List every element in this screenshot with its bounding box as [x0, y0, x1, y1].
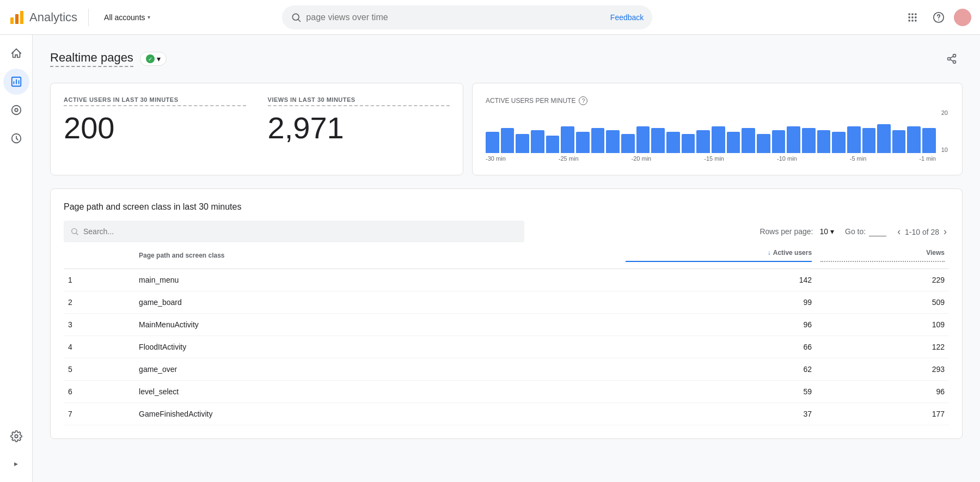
- chart-bar: [787, 126, 800, 153]
- chart-bars: [486, 109, 949, 153]
- sidebar-bottom: ▸: [3, 422, 29, 478]
- row-active-users: 96: [621, 314, 816, 336]
- chart-bar: [817, 130, 831, 153]
- rows-per-page: Rows per page: 10 ▾: [759, 225, 836, 238]
- svg-point-22: [948, 58, 951, 60]
- row-path[interactable]: main_menu: [134, 269, 621, 291]
- status-badge[interactable]: ✓ ▾: [140, 52, 167, 66]
- svg-rect-5: [908, 13, 910, 15]
- chart-bar: [682, 134, 695, 153]
- user-avatar[interactable]: [954, 9, 971, 26]
- share-icon: [946, 53, 957, 64]
- row-num: 2: [64, 291, 134, 314]
- views-value: 2,971: [268, 113, 450, 143]
- row-num: 5: [64, 358, 134, 381]
- settings-icon: [10, 430, 22, 442]
- chevron-down-icon: ▾: [148, 14, 150, 20]
- svg-line-27: [76, 233, 78, 235]
- table-section: Page path and screen class in last 30 mi…: [50, 188, 963, 439]
- active-users-value: 200: [64, 113, 246, 143]
- svg-point-23: [953, 60, 956, 63]
- row-active-users: 59: [621, 381, 816, 403]
- row-views: 96: [816, 381, 949, 403]
- row-views: 293: [816, 358, 949, 381]
- svg-line-4: [298, 19, 301, 21]
- sidebar-item-advertising[interactable]: [3, 125, 29, 151]
- svg-point-17: [11, 106, 21, 115]
- table-search-input[interactable]: [83, 227, 518, 236]
- svg-rect-12: [911, 20, 913, 21]
- sidebar-item-home[interactable]: [3, 40, 29, 66]
- row-active-users: 99: [621, 291, 816, 314]
- chart-bar: [486, 132, 499, 153]
- help-button[interactable]: [928, 7, 950, 28]
- feedback-link[interactable]: Feedback: [610, 13, 644, 22]
- account-selector[interactable]: All accounts ▾: [100, 11, 154, 24]
- chart-bar: [742, 128, 755, 153]
- table-row: 3 MainMenuActivity 96 109: [64, 314, 949, 336]
- chart-x-label: -5 min: [850, 155, 867, 162]
- chart-help-icon[interactable]: ?: [579, 96, 587, 105]
- svg-rect-10: [915, 16, 916, 18]
- chart-y-labels: 20 10: [941, 109, 949, 153]
- goto-input[interactable]: 1: [869, 227, 886, 236]
- svg-line-24: [950, 59, 953, 61]
- chart-bar: [531, 130, 544, 153]
- row-path[interactable]: game_board: [134, 291, 621, 314]
- chart-bar: [501, 128, 514, 153]
- chart-bar: [877, 124, 891, 153]
- row-active-users: 142: [621, 269, 816, 291]
- svg-rect-7: [915, 13, 916, 15]
- row-num: 3: [64, 314, 134, 336]
- active-users-section: ACTIVE USERS IN LAST 30 MINUTES 200: [64, 96, 246, 162]
- table-row: 2 game_board 99 509: [64, 291, 949, 314]
- chart-bar: [516, 134, 529, 153]
- svg-rect-2: [20, 11, 23, 24]
- pagination-range: 1-10 of 28: [905, 228, 939, 236]
- row-path[interactable]: FloodItActivity: [134, 336, 621, 358]
- share-button[interactable]: [941, 48, 963, 70]
- table-row: 1 main_menu 142 229: [64, 269, 949, 291]
- svg-rect-8: [908, 16, 910, 18]
- rows-per-page-selector[interactable]: 10 ▾: [817, 225, 836, 238]
- table-row: 4 FloodItActivity 66 122: [64, 336, 949, 358]
- search-input[interactable]: page views over time: [306, 13, 597, 22]
- svg-rect-0: [10, 17, 14, 24]
- table-section-title: Page path and screen class in last 30 mi…: [64, 202, 949, 212]
- sidebar-item-reports[interactable]: [3, 69, 29, 95]
- col-header-num: [64, 242, 134, 269]
- row-path[interactable]: MainMenuActivity: [134, 314, 621, 336]
- sidebar-item-settings[interactable]: [3, 423, 29, 449]
- svg-point-18: [15, 108, 18, 112]
- col-header-views[interactable]: Views: [816, 242, 949, 269]
- chart-bar: [606, 130, 620, 153]
- row-num: 7: [64, 403, 134, 425]
- next-page-button[interactable]: ›: [941, 224, 949, 240]
- row-path[interactable]: level_select: [134, 381, 621, 403]
- chart-label: ACTIVE USERS PER MINUTE ?: [486, 96, 949, 105]
- page-header: Realtime pages ✓ ▾: [50, 48, 963, 70]
- sidebar-collapse-btn[interactable]: ▸: [3, 450, 29, 477]
- chart-bar: [907, 126, 921, 153]
- svg-point-15: [938, 19, 939, 20]
- chart-bar: [772, 130, 786, 153]
- apps-button[interactable]: [902, 7, 923, 28]
- prev-page-button[interactable]: ‹: [895, 224, 903, 240]
- svg-rect-6: [911, 13, 913, 15]
- chart-bar: [847, 126, 861, 153]
- chevron-badge-icon: ▾: [157, 54, 161, 63]
- sidebar: ▸: [0, 35, 33, 482]
- row-views: 177: [816, 403, 949, 425]
- col-header-active-users[interactable]: ↓ Active users: [621, 242, 816, 269]
- col-header-path[interactable]: Page path and screen class: [134, 242, 621, 269]
- logo-link[interactable]: Analytics: [9, 9, 77, 26]
- row-path[interactable]: GameFinishedActivity: [134, 403, 621, 425]
- top-nav: Analytics All accounts ▾ page views over…: [0, 0, 980, 35]
- chart-bar: [561, 126, 574, 153]
- app-body: ▸ Realtime pages ✓ ▾: [0, 35, 980, 482]
- row-path[interactable]: game_over: [134, 358, 621, 381]
- sidebar-item-explore[interactable]: [3, 97, 29, 123]
- row-views: 509: [816, 291, 949, 314]
- search-bar: page views over time Feedback: [282, 5, 652, 29]
- chart-bar: [832, 132, 846, 153]
